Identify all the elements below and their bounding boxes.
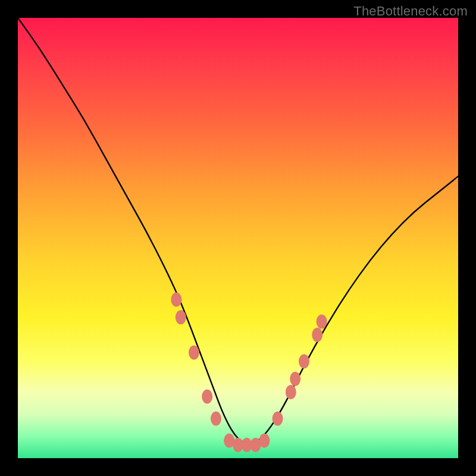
marker-point xyxy=(290,372,300,386)
marker-point xyxy=(171,293,181,307)
marker-point xyxy=(273,411,283,425)
marker-point xyxy=(312,328,322,342)
marker-point xyxy=(259,433,270,447)
marker-point xyxy=(189,345,199,359)
marker-point xyxy=(286,385,296,399)
marker-group xyxy=(171,293,327,452)
plot-area xyxy=(18,18,458,458)
marker-point xyxy=(299,354,309,368)
marker-point xyxy=(176,310,186,324)
marker-point xyxy=(211,411,221,425)
marker-point xyxy=(317,315,327,329)
watermark-text: TheBottleneck.com xyxy=(353,4,468,19)
marker-point xyxy=(202,389,212,403)
bottleneck-curve xyxy=(18,18,458,443)
curve-svg xyxy=(18,18,458,458)
chart-frame: TheBottleneck.com xyxy=(0,0,476,476)
